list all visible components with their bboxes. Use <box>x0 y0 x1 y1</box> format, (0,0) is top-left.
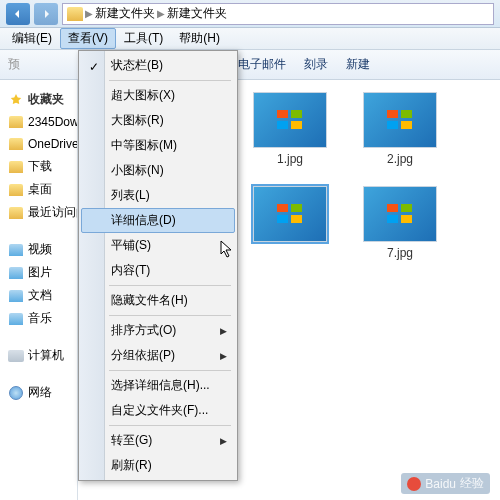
menu-item[interactable]: 平铺(S) <box>81 233 235 258</box>
titlebar: ▶ 新建文件夹 ▶ 新建文件夹 <box>0 0 500 28</box>
library-icon <box>8 242 24 258</box>
sidebar-network-label: 网络 <box>28 384 52 401</box>
chevron-right-icon: ▶ <box>85 8 93 19</box>
menu-item-label: 排序方式(O) <box>111 323 176 337</box>
menu-item-label: 内容(T) <box>111 263 150 277</box>
sidebar-favorites-header[interactable]: 收藏夹 <box>0 88 77 111</box>
menu-item-label: 选择详细信息(H)... <box>111 378 210 392</box>
menu-item-label: 分组依据(P) <box>111 348 175 362</box>
sidebar: 收藏夹 2345DownOneDrive下载桌面最近访问的 视频图片文档音乐 计… <box>0 80 78 500</box>
nav-forward-button[interactable] <box>34 3 58 25</box>
menubar: 编辑(E) 查看(V) 工具(T) 帮助(H) <box>0 28 500 50</box>
menu-item-label: 超大图标(X) <box>111 88 175 102</box>
menu-item[interactable]: 小图标(N) <box>81 158 235 183</box>
sidebar-item-label: 图片 <box>28 264 52 281</box>
thumbnail-image <box>253 92 327 148</box>
bullet-icon <box>89 115 101 127</box>
menu-item[interactable]: 隐藏文件名(H) <box>81 288 235 313</box>
thumbnail-image <box>363 92 437 148</box>
menu-edit[interactable]: 编辑(E) <box>4 28 60 49</box>
menu-item[interactable]: 内容(T) <box>81 258 235 283</box>
menu-help[interactable]: 帮助(H) <box>171 28 228 49</box>
sidebar-item-label: 音乐 <box>28 310 52 327</box>
sidebar-item-label: 最近访问的 <box>28 204 77 221</box>
menu-item[interactable]: 列表(L) <box>81 183 235 208</box>
menu-item[interactable]: 中等图标(M) <box>81 133 235 158</box>
sidebar-item[interactable]: 视频 <box>0 238 77 261</box>
menu-item[interactable]: ✓状态栏(B) <box>81 53 235 78</box>
menu-item-label: 刷新(R) <box>111 458 152 472</box>
library-icon <box>8 288 24 304</box>
menu-item-label: 平铺(S) <box>111 238 151 252</box>
thumbnail-image <box>253 186 327 242</box>
file-name-label: 7.jpg <box>387 246 413 260</box>
nav-back-button[interactable] <box>6 3 30 25</box>
sidebar-item-label: 文档 <box>28 287 52 304</box>
menu-item[interactable]: 自定义文件夹(F)... <box>81 398 235 423</box>
chevron-right-icon: ▶ <box>220 351 227 361</box>
sidebar-network[interactable]: 网络 <box>0 381 77 404</box>
sidebar-item[interactable]: 音乐 <box>0 307 77 330</box>
toolbar-new-folder[interactable]: 新建 <box>346 56 370 73</box>
menu-item[interactable]: 分组依据(P)▶ <box>81 343 235 368</box>
sidebar-item[interactable]: OneDrive <box>0 133 77 155</box>
watermark-brand: Baidu <box>425 477 456 491</box>
folder-icon <box>67 7 83 21</box>
file-thumbnail[interactable]: 2.jpg <box>360 92 440 166</box>
toolbar-email[interactable]: 电子邮件 <box>238 56 286 73</box>
sidebar-item-label: 下载 <box>28 158 52 175</box>
menu-item[interactable]: 大图标(R) <box>81 108 235 133</box>
sidebar-item[interactable]: 最近访问的 <box>0 201 77 224</box>
sidebar-computer-label: 计算机 <box>28 347 64 364</box>
menu-tools[interactable]: 工具(T) <box>116 28 171 49</box>
star-icon <box>8 92 24 108</box>
file-thumbnail[interactable]: 1.jpg <box>250 92 330 166</box>
breadcrumb[interactable]: ▶ 新建文件夹 ▶ 新建文件夹 <box>62 3 494 25</box>
sidebar-item[interactable]: 文档 <box>0 284 77 307</box>
chevron-right-icon: ▶ <box>157 8 165 19</box>
chevron-right-icon: ▶ <box>220 326 227 336</box>
menu-item[interactable]: 选择详细信息(H)... <box>81 373 235 398</box>
menu-item-label: 大图标(R) <box>111 113 164 127</box>
sidebar-item[interactable]: 桌面 <box>0 178 77 201</box>
menu-item[interactable]: 排序方式(O)▶ <box>81 318 235 343</box>
chevron-right-icon: ▶ <box>220 436 227 446</box>
toolbar-burn[interactable]: 刻录 <box>304 56 328 73</box>
watermark: Baidu 经验 <box>401 473 490 494</box>
menu-item-label: 列表(L) <box>111 188 150 202</box>
file-thumbnail[interactable]: 7.jpg <box>360 186 440 260</box>
sidebar-item[interactable]: 下载 <box>0 155 77 178</box>
menu-item-label: 详细信息(D) <box>111 213 176 227</box>
breadcrumb-seg[interactable]: 新建文件夹 <box>167 5 227 22</box>
breadcrumb-seg[interactable]: 新建文件夹 <box>95 5 155 22</box>
computer-icon <box>8 348 24 364</box>
paw-icon <box>407 477 421 491</box>
sidebar-item-label: OneDrive <box>28 137 77 151</box>
folder-icon <box>8 182 24 198</box>
network-icon <box>8 385 24 401</box>
menu-item[interactable]: 超大图标(X) <box>81 83 235 108</box>
menu-item[interactable]: 刷新(R) <box>81 453 235 478</box>
menu-item[interactable]: 详细信息(D) <box>81 208 235 233</box>
sidebar-computer[interactable]: 计算机 <box>0 344 77 367</box>
view-dropdown-menu: ✓状态栏(B)超大图标(X)大图标(R)中等图标(M)小图标(N)列表(L)详细… <box>78 50 238 481</box>
file-thumbnail[interactable] <box>250 186 330 260</box>
sidebar-item-label: 视频 <box>28 241 52 258</box>
folder-icon <box>8 136 24 152</box>
menu-item[interactable]: 转至(G)▶ <box>81 428 235 453</box>
menu-separator <box>109 370 231 371</box>
library-icon <box>8 265 24 281</box>
menu-separator <box>109 285 231 286</box>
menu-view[interactable]: 查看(V) <box>60 28 116 49</box>
menu-separator <box>109 425 231 426</box>
menu-item-label: 中等图标(M) <box>111 138 177 152</box>
sidebar-item[interactable]: 图片 <box>0 261 77 284</box>
sidebar-item-label: 桌面 <box>28 181 52 198</box>
menu-item-label: 状态栏(B) <box>111 58 163 72</box>
file-name-label: 1.jpg <box>277 152 303 166</box>
watermark-sub: 经验 <box>460 475 484 492</box>
menu-item-label: 转至(G) <box>111 433 152 447</box>
toolbar-preview[interactable]: 预 <box>8 56 20 73</box>
sidebar-item[interactable]: 2345Down <box>0 111 77 133</box>
folder-icon <box>8 205 24 221</box>
